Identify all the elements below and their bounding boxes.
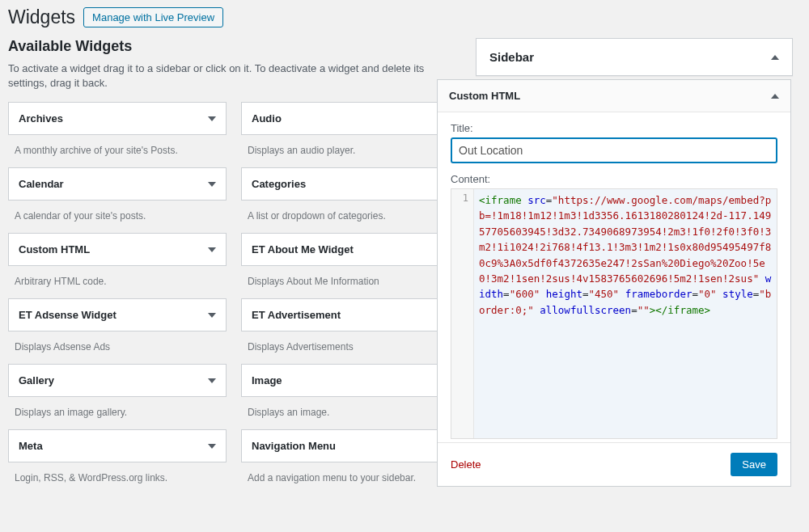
code-editor[interactable]: 1 <iframe src="https://www.google.com/ma…	[451, 188, 777, 439]
chevron-down-icon	[208, 116, 216, 121]
widget-description: A monthly archive of your site's Posts.	[8, 135, 227, 167]
widget-title: Calendar	[19, 178, 64, 190]
widget-categories[interactable]: Categories	[242, 168, 459, 200]
widget-et-about-me-widget[interactable]: ET About Me Widget	[242, 234, 459, 265]
widget-title: Audio	[252, 112, 282, 125]
custom-html-widget-header[interactable]: Custom HTML	[438, 80, 790, 112]
widget-title: Custom HTML	[19, 243, 90, 255]
widget-title: Meta	[19, 440, 43, 452]
widget-description: A list or dropdown of categories.	[241, 201, 460, 233]
chevron-down-icon	[208, 378, 216, 383]
widget-image[interactable]: Image	[242, 365, 459, 396]
widget-description: A calendar of your site's posts.	[8, 201, 227, 233]
widget-archives[interactable]: Archives	[9, 103, 226, 134]
save-button[interactable]: Save	[731, 453, 777, 476]
chevron-down-icon	[208, 182, 216, 187]
widget-title: Gallery	[19, 374, 54, 386]
widget-meta[interactable]: Meta	[9, 430, 226, 462]
widget-title: ET About Me Widget	[252, 243, 354, 255]
widget-title: Categories	[252, 178, 306, 190]
widget-description: Displays an image.	[241, 397, 460, 429]
chevron-down-icon	[208, 313, 216, 318]
sidebar-area: Sidebar	[476, 38, 793, 76]
widget-gallery[interactable]: Gallery	[9, 365, 226, 396]
delete-link[interactable]: Delete	[451, 458, 481, 471]
available-widgets-description: To activate a widget drag it to a sideba…	[8, 61, 429, 91]
widget-description: Displays an image gallery.	[8, 397, 227, 429]
widget-description: Add a navigation menu to your sidebar.	[241, 462, 460, 495]
title-label: Title:	[451, 122, 777, 134]
custom-html-widget-panel: Custom HTML Title: Content: 1 <iframe sr…	[437, 79, 791, 487]
widget-description: Arbitrary HTML code.	[8, 266, 227, 298]
sidebar-area-header[interactable]: Sidebar	[477, 39, 792, 75]
widget-navigation-menu[interactable]: Navigation Menu	[242, 430, 459, 462]
widget-description: Displays Adsense Ads	[8, 331, 227, 364]
widget-title: Image	[252, 374, 282, 386]
chevron-up-icon	[771, 94, 779, 99]
widget-title: ET Adsense Widget	[19, 309, 116, 321]
chevron-up-icon	[771, 55, 779, 60]
widget-custom-html[interactable]: Custom HTML	[9, 234, 226, 265]
widget-description: Displays an audio player.	[241, 135, 460, 167]
widget-title: Archives	[19, 112, 63, 125]
chevron-down-icon	[208, 444, 216, 449]
widget-et-adsense-widget[interactable]: ET Adsense Widget	[9, 299, 226, 331]
content-label: Content:	[451, 173, 777, 185]
code-content[interactable]: <iframe src="https://www.google.com/maps…	[474, 189, 777, 438]
manage-live-preview-button[interactable]: Manage with Live Preview	[83, 7, 223, 27]
widget-description: Displays About Me Information	[241, 266, 460, 298]
line-number: 1	[463, 192, 468, 204]
page-title: Widgets	[8, 6, 75, 28]
widget-description: Login, RSS, & WordPress.org links.	[8, 462, 227, 495]
widget-description: Displays Advertisements	[241, 331, 460, 364]
widget-title: Navigation Menu	[252, 440, 336, 452]
widget-name: Custom HTML	[449, 90, 520, 102]
widget-audio[interactable]: Audio	[242, 103, 459, 134]
sidebar-area-title: Sidebar	[489, 50, 534, 64]
chevron-down-icon	[208, 247, 216, 252]
title-input[interactable]	[451, 137, 777, 163]
widget-title: ET Advertisement	[252, 309, 341, 321]
widget-calendar[interactable]: Calendar	[9, 168, 226, 200]
widget-et-advertisement[interactable]: ET Advertisement	[242, 299, 459, 331]
available-widgets-heading: Available Widgets	[8, 38, 460, 55]
